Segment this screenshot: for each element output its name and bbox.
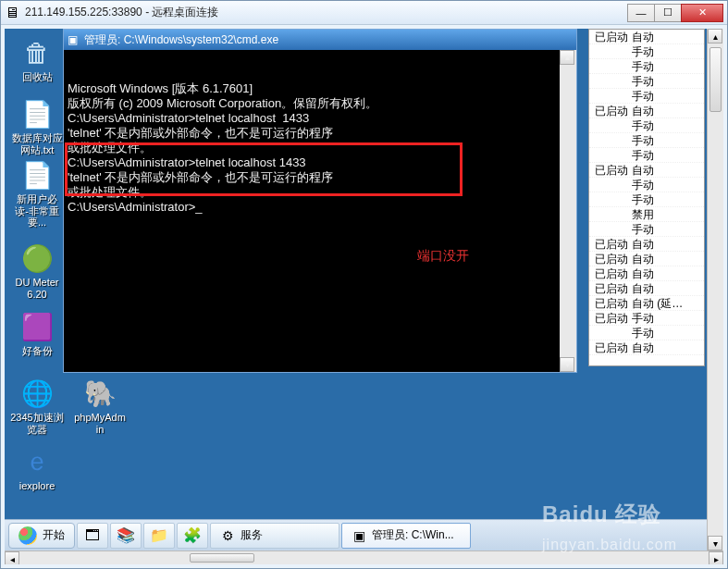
services-row[interactable]: 手动 <box>589 192 704 207</box>
services-row[interactable]: 手动 <box>589 118 704 133</box>
cmd-window[interactable]: ▣ 管理员: C:\Windows\system32\cmd.exe Micro… <box>63 29 577 373</box>
cmd-line: C:\Users\Administrator> <box>68 200 573 215</box>
2345-icon: 🌐 <box>20 377 54 410</box>
rdp-window: 🖥 211.149.155.225:33890 - 远程桌面连接 — ☐ ✕ 已… <box>0 0 728 569</box>
service-startup: 手动 <box>632 89 654 104</box>
desktop-icon-backup[interactable]: 🟪好备份 <box>10 310 64 357</box>
services-row[interactable]: 手动 <box>589 326 704 340</box>
services-row[interactable]: 手动 <box>589 59 704 74</box>
service-startup: 自动 <box>632 340 654 355</box>
cmd-line: C:\Users\Administrator>telnet localhost … <box>68 111 573 126</box>
services-row[interactable]: 已启动自动 <box>589 281 704 296</box>
scroll-thumb[interactable] <box>709 47 722 112</box>
scroll-up-icon[interactable]: ▴ <box>708 29 722 43</box>
start-button[interactable]: 开始 <box>8 523 75 549</box>
taskbar-item-services[interactable]: ⚙ 服务 <box>210 523 339 549</box>
desktop-icon-label: 回收站 <box>10 71 64 83</box>
services-row[interactable]: 已启动自动 <box>589 163 704 178</box>
desktop-icon-2345[interactable]: 🌐2345加速浏览器 <box>10 377 64 435</box>
maximize-button[interactable]: ☐ <box>654 4 682 22</box>
desktop-icon-txt2[interactable]: 📄新用户必读-非常重要... <box>10 158 64 229</box>
desktop-icon-label: iexplore <box>10 480 64 492</box>
scroll-up-icon[interactable]: ▴ <box>560 50 574 65</box>
services-row[interactable]: 已启动自动 <box>589 237 704 252</box>
taskbar-pin-folder[interactable]: 📁 <box>143 523 175 549</box>
services-panel[interactable]: 已启动自动手动手动手动手动已启动自动手动手动手动已启动自动手动手动禁用手动已启动… <box>588 29 705 366</box>
services-row[interactable]: 已启动自动 (延… <box>589 296 704 311</box>
rdp-scrollbar-h[interactable]: ◂ ▸ <box>5 550 723 564</box>
taskbar: 开始 🗔 📚 📁 🧩 ⚙ 服务 ▣ 管理员: C:\Win... <box>5 519 707 550</box>
taskbar-pin-explorer[interactable]: 🗔 <box>77 523 108 549</box>
scroll-down-icon[interactable]: ▾ <box>708 536 722 550</box>
services-row[interactable]: 手动 <box>589 89 704 104</box>
services-row[interactable]: 已启动手动 <box>589 311 704 326</box>
services-row[interactable]: 已启动自动 <box>589 30 704 44</box>
service-startup: 自动 <box>632 252 654 266</box>
services-row[interactable]: 手动 <box>589 148 704 163</box>
service-status: 已启动 <box>595 311 632 326</box>
service-startup: 手动 <box>632 222 654 237</box>
service-status: 已启动 <box>595 252 632 266</box>
services-row[interactable]: 手动 <box>589 74 704 89</box>
desktop-icon-label: 2345加速浏览器 <box>10 412 64 435</box>
service-status: 已启动 <box>595 296 632 311</box>
start-label: 开始 <box>43 527 65 543</box>
service-status: 已启动 <box>595 163 632 178</box>
services-row[interactable]: 已启动自动 <box>589 340 704 355</box>
services-row[interactable]: 手动 <box>589 44 704 59</box>
rdp-scrollbar-v[interactable]: ▴ ▾ <box>707 29 723 550</box>
services-row[interactable]: 禁用 <box>589 207 704 222</box>
desktop-icon-label: 新用户必读-非常重要... <box>10 193 64 229</box>
taskbar-pin-libraries[interactable]: 📚 <box>110 523 142 549</box>
scroll-right-icon[interactable]: ▸ <box>709 551 723 564</box>
service-startup: 手动 <box>632 311 654 326</box>
scroll-thumb[interactable] <box>190 553 254 563</box>
rdp-title: 211.149.155.225:33890 - 远程桌面连接 <box>25 5 627 20</box>
desktop-icon-recycle[interactable]: 🗑回收站 <box>10 36 64 83</box>
service-status: 已启动 <box>595 281 632 296</box>
services-row[interactable]: 手动 <box>589 178 704 192</box>
taskbar-pin-app[interactable]: 🧩 <box>177 523 208 549</box>
scroll-down-icon[interactable]: ▾ <box>560 357 574 372</box>
service-startup: 手动 <box>632 133 654 148</box>
taskbar-item-cmd[interactable]: ▣ 管理员: C:\Win... <box>341 523 471 549</box>
txt2-icon: 📄 <box>20 158 54 192</box>
windows-orb-icon <box>19 526 37 545</box>
service-startup: 手动 <box>632 148 654 163</box>
cmd-line: 'telnet' 不是内部或外部命令，也不是可运行的程序 <box>68 170 573 185</box>
taskbar-item-label: 服务 <box>241 527 263 543</box>
cmd-line: 'telnet' 不是内部或外部命令，也不是可运行的程序 <box>68 126 573 141</box>
iexplore-icon: ｅ <box>20 445 54 478</box>
cmd-scrollbar[interactable]: ▴ ▾ <box>560 50 576 372</box>
cmd-titlebar[interactable]: ▣ 管理员: C:\Windows\system32\cmd.exe <box>64 30 576 50</box>
close-button[interactable]: ✕ <box>681 4 723 22</box>
service-startup: 手动 <box>632 44 654 59</box>
services-row[interactable]: 手动 <box>589 133 704 148</box>
service-status: 已启动 <box>595 266 632 281</box>
services-row[interactable]: 已启动自动 <box>589 266 704 281</box>
scroll-left-icon[interactable]: ◂ <box>5 551 19 564</box>
cmd-icon: ▣ <box>68 33 80 46</box>
minimize-button[interactable]: — <box>627 4 655 22</box>
services-row[interactable]: 已启动自动 <box>589 252 704 266</box>
services-row[interactable]: 手动 <box>589 222 704 237</box>
recycle-icon: 🗑 <box>20 36 54 69</box>
cmd-line: Microsoft Windows [版本 6.1.7601] <box>68 81 573 96</box>
service-startup: 手动 <box>632 74 654 89</box>
service-status: 已启动 <box>595 104 632 118</box>
desktop-icon-txt[interactable]: 📄数据库对应网站.txt <box>10 97 64 155</box>
phpmyadmin-icon: 🐘 <box>83 377 117 410</box>
desktop-icon-iexplore[interactable]: ｅiexplore <box>10 445 64 492</box>
service-startup: 自动 <box>632 104 654 118</box>
cmd-body[interactable]: Microsoft Windows [版本 6.1.7601]版权所有 (c) … <box>64 50 576 372</box>
txt-icon: 📄 <box>20 97 54 130</box>
service-startup: 手动 <box>632 326 654 340</box>
service-status: 已启动 <box>595 340 632 355</box>
services-row[interactable]: 已启动自动 <box>589 104 704 118</box>
service-startup: 手动 <box>632 192 654 207</box>
desktop-icon-phpmyadmin[interactable]: 🐘phpMyAdmin <box>73 377 127 435</box>
desktop-icon-dumeter[interactable]: 🟢DU Meter 6.20 <box>10 241 64 300</box>
service-startup: 手动 <box>632 59 654 74</box>
cmd-line: 或批处理文件。 <box>68 141 573 155</box>
rdp-titlebar[interactable]: 🖥 211.149.155.225:33890 - 远程桌面连接 — ☐ ✕ <box>1 1 727 25</box>
